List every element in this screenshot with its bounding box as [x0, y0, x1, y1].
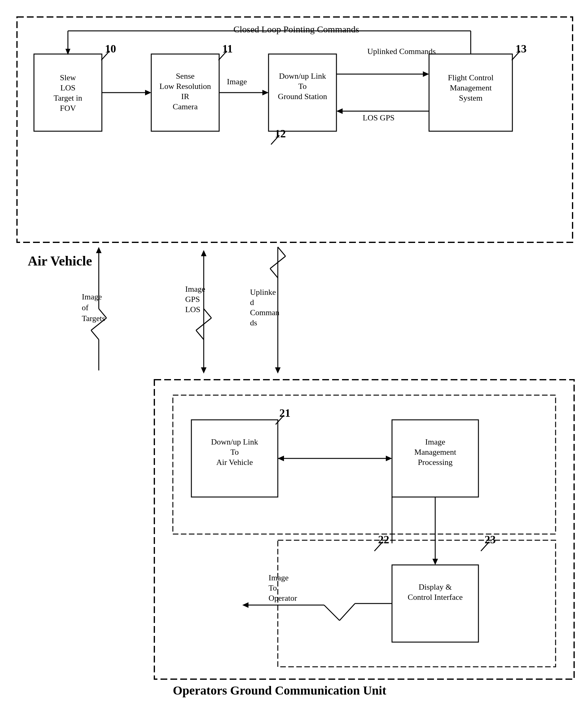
downup-air-text-1: Down/up Link	[279, 72, 326, 81]
diagram-container: Slew LOS Target in FOV 10 Sense Low Reso…	[0, 0, 588, 706]
svg-line-21	[270, 269, 278, 278]
ground-unit-boundary	[154, 380, 574, 679]
uplinked-down-label-4: ds	[250, 318, 257, 327]
slew-los-text-1: Slew	[60, 73, 76, 82]
downup-air-text-2: To	[298, 82, 307, 91]
arrow-display-to-operator	[242, 602, 248, 608]
downup-air-text-3: Ground Station	[278, 92, 327, 101]
image-to-op-label-1: Image	[269, 573, 288, 582]
air-vehicle-label: Air Vehicle	[28, 253, 92, 269]
display-ctrl-text-1: Display &	[419, 583, 452, 591]
slew-los-box	[34, 54, 102, 131]
number-11: 11	[222, 43, 233, 55]
flight-ctrl-text-1: Flight Control	[448, 73, 494, 82]
uplinked-commands-label: Uplinked Commands	[367, 47, 436, 56]
inner-boundary-bottom	[278, 540, 556, 667]
arrow-mid-down	[201, 367, 206, 374]
uplinked-down-label-3: Comman	[250, 308, 279, 317]
svg-line-19	[204, 309, 211, 318]
image-to-op-label-2: To	[269, 583, 277, 592]
downup-ground-text-2: To	[230, 447, 239, 457]
svg-line-31	[340, 603, 355, 621]
ground-unit-label: Operators Ground Communication Unit	[173, 683, 386, 697]
downup-ground-text-1: Down/up Link	[211, 437, 258, 446]
number-13: 13	[515, 43, 526, 55]
svg-line-32	[324, 605, 340, 621]
arrow-10-11	[145, 90, 151, 95]
number-21: 21	[279, 407, 290, 419]
flight-control-box	[429, 54, 512, 131]
arrow-imgmgmt-display	[432, 559, 438, 565]
downup-ground-text-3: Air Vehicle	[217, 458, 253, 467]
svg-line-17	[196, 330, 204, 340]
arrow-mid-up	[201, 250, 206, 256]
los-gps-label: LOS GPS	[363, 113, 394, 122]
sense-ir-text-4: Camera	[173, 102, 198, 111]
image-to-op-label-3: Operator	[269, 594, 297, 602]
image-of-targets-label-2: of	[82, 303, 88, 312]
slew-los-text-3: Target in	[54, 93, 82, 103]
arrow-12-13-top	[423, 71, 429, 77]
number-23: 23	[484, 534, 496, 546]
arrow-image-targets-up	[96, 247, 102, 253]
number-22: 22	[378, 534, 389, 546]
closed-loop-label: Closed Loop Pointing Commands	[233, 24, 359, 34]
arrow-uplinked-down	[275, 367, 281, 374]
svg-line-23	[278, 247, 285, 256]
arrow-21-imgmgmt-right	[386, 456, 392, 461]
image-gps-los-label-1: Image	[185, 285, 205, 293]
arrow-21-imgmgmt-left	[278, 456, 284, 461]
image-gps-los-label-3: LOS	[185, 305, 200, 314]
sense-ir-text-3: IR	[181, 92, 190, 101]
uplinked-down-label-1: Uplinke	[250, 288, 276, 297]
display-control-box	[392, 565, 478, 642]
air-vehicle-boundary	[17, 17, 573, 242]
slew-los-text-2: LOS	[60, 83, 75, 92]
sense-ir-text-1: Sense	[176, 72, 195, 81]
display-ctrl-text-2: Control Interface	[408, 593, 463, 602]
image-mgmt-text-2: Management	[414, 447, 457, 457]
image-label: Image	[227, 77, 247, 86]
image-mgmt-text-3: Processing	[418, 458, 453, 467]
sense-ir-text-2: Low Resolution	[160, 82, 211, 91]
flight-ctrl-text-2: Management	[450, 83, 492, 92]
number-10: 10	[105, 43, 116, 55]
image-mgmt-text-1: Image	[425, 437, 445, 446]
arrow-11-12	[262, 90, 269, 95]
svg-line-12	[91, 330, 99, 340]
flight-ctrl-text-3: System	[459, 93, 483, 103]
slew-los-text-4: FOV	[60, 104, 76, 113]
arrow-13-12-bottom	[337, 108, 343, 114]
image-gps-los-label-2: GPS	[185, 295, 200, 304]
uplinked-down-label-2: d	[250, 298, 254, 307]
